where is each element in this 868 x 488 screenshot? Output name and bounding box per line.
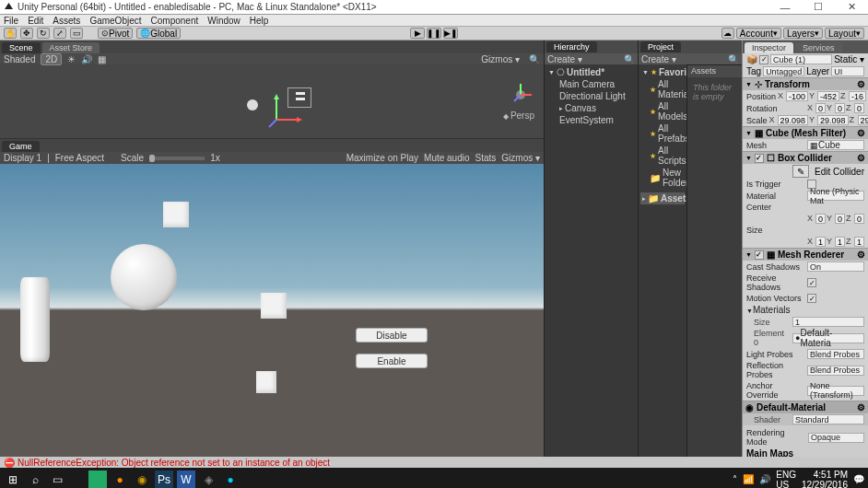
physic-material-field[interactable]: None (Physic Mat (807, 191, 864, 201)
notifications-icon[interactable]: 💬 (853, 474, 864, 484)
component-menu-icon[interactable]: ⚙ (857, 402, 865, 412)
tray-clock[interactable]: 4:51 PM12/29/2016 (802, 470, 848, 489)
start-button[interactable]: ⊞ (4, 471, 22, 489)
layer-dropdown[interactable]: UI (831, 66, 864, 76)
tray-chevron-icon[interactable]: ˄ (733, 474, 737, 484)
fav-item[interactable]: ★All Material (640, 78, 685, 100)
shading-mode[interactable]: Shaded (4, 54, 35, 64)
hierarchy-item[interactable]: Main Camera (546, 78, 636, 90)
fav-item[interactable]: ★All Scripts (640, 145, 685, 167)
component-menu-icon[interactable]: ⚙ (857, 250, 865, 260)
boxcollider-enable[interactable]: ✓ (755, 154, 764, 163)
lighting-icon[interactable]: ☀ (67, 54, 76, 64)
rot-z[interactable]: 0 (854, 103, 864, 113)
layers-dropdown[interactable]: Layers ▾ (783, 28, 823, 39)
pan-tool-button[interactable]: ✋ (4, 28, 17, 39)
pause-button[interactable]: ❚❚ (427, 28, 441, 39)
step-button[interactable]: ▶❚ (443, 28, 458, 39)
fav-item[interactable]: 📁New Folder (640, 167, 685, 189)
menu-window[interactable]: Window (207, 16, 240, 26)
game-viewport[interactable]: Disable Enable (0, 164, 544, 457)
active-checkbox[interactable]: ✓ (759, 55, 768, 64)
tag-dropdown[interactable]: Untagged (763, 66, 804, 76)
fav-item[interactable]: ★All Prefabs (640, 122, 685, 145)
boxcollider-header[interactable]: Box Collider (778, 153, 832, 163)
component-menu-icon[interactable]: ⚙ (857, 128, 865, 138)
menu-component[interactable]: Component (151, 16, 199, 26)
favorites-header[interactable]: ▼★Favorites (640, 66, 685, 78)
material-element-0[interactable]: ● Default-Materia (792, 333, 864, 343)
transform-header[interactable]: Transform (765, 79, 810, 89)
menu-edit[interactable]: Edit (28, 16, 43, 26)
status-error[interactable]: NullReferenceException: Object reference… (18, 458, 330, 468)
maximize-button[interactable]: ☐ (805, 1, 831, 14)
account-dropdown[interactable]: Account ▾ (736, 28, 781, 39)
tab-inspector[interactable]: Inspector (745, 42, 793, 53)
chrome-icon[interactable]: ● (221, 471, 240, 489)
pivot-toggle[interactable]: ⊙ Pivot (98, 28, 133, 39)
project-search-icon[interactable]: 🔍 (728, 54, 739, 64)
meshrenderer-header[interactable]: Mesh Renderer (778, 250, 844, 260)
word-icon[interactable]: W (177, 471, 195, 489)
scale-tool-button[interactable]: ⤢ (53, 28, 66, 39)
tray-volume-icon[interactable]: 🔊 (759, 474, 770, 484)
materials-size[interactable]: 1 (792, 317, 864, 327)
component-menu-icon[interactable]: ⚙ (857, 79, 865, 89)
meshfilter-header[interactable]: Cube (Mesh Filter) (766, 128, 846, 138)
reflection-probes-dropdown[interactable]: Blend Probes (807, 366, 864, 376)
tab-services[interactable]: Services (795, 42, 842, 53)
scl-x[interactable]: 29.098 (778, 115, 809, 125)
cast-shadows-dropdown[interactable]: On (807, 261, 864, 272)
enable-button[interactable]: Enable (356, 354, 428, 368)
rotate-tool-button[interactable]: ↻ (37, 28, 50, 39)
stats-toggle[interactable]: Stats (475, 153, 497, 163)
fav-item[interactable]: ★All Models (640, 100, 685, 122)
hierarchy-search-icon[interactable]: 🔍 (624, 54, 635, 64)
scale-slider[interactable] (149, 157, 205, 160)
aspect-dropdown[interactable]: Free Aspect (55, 153, 104, 163)
orientation-gizmo[interactable] (507, 81, 534, 109)
shader-dropdown[interactable]: Standard (792, 414, 864, 424)
hierarchy-item[interactable]: EventSystem (546, 114, 636, 126)
tray-lang[interactable]: ENGUS (776, 470, 796, 489)
taskbar-app-icon[interactable]: ◉ (133, 471, 151, 489)
anchor-override-field[interactable]: None (Transform) (807, 386, 864, 396)
firefox-icon[interactable]: ● (111, 471, 129, 489)
maximize-on-play[interactable]: Maximize on Play (346, 153, 418, 163)
scene-search-icon[interactable]: 🔍 (529, 54, 540, 64)
play-button[interactable]: ▶ (410, 28, 425, 39)
tray-network-icon[interactable]: 📶 (743, 474, 754, 484)
scl-z[interactable]: 29.098 (858, 115, 868, 125)
game-gizmos-dropdown[interactable]: Gizmos ▾ (501, 153, 540, 163)
rot-x[interactable]: 0 (815, 103, 826, 113)
mute-audio[interactable]: Mute audio (424, 153, 469, 163)
menu-assets[interactable]: Assets (53, 16, 80, 26)
layout-dropdown[interactable]: Layout ▾ (825, 28, 864, 39)
audio-icon[interactable]: 🔊 (81, 54, 92, 64)
fx-icon[interactable]: ▦ (98, 54, 106, 64)
display-dropdown[interactable]: Display 1 (4, 153, 41, 163)
taskview-button[interactable]: ▭ (48, 471, 66, 489)
static-dropdown[interactable]: Static ▾ (834, 54, 864, 64)
photoshop-icon[interactable]: Ps (155, 471, 173, 489)
hierarchy-item[interactable]: Directional Light (546, 90, 636, 102)
scene-root[interactable]: ▼⎔Untitled* (546, 66, 636, 78)
perspective-label[interactable]: ◆ Persp (503, 110, 534, 121)
hierarchy-item[interactable]: ▸Canvas (546, 102, 636, 114)
hierarchy-list[interactable]: ▼⎔Untitled* Main Camera Directional Ligh… (545, 64, 638, 457)
minimize-button[interactable]: — (772, 1, 798, 14)
tab-game[interactable]: Game (2, 141, 40, 152)
global-toggle[interactable]: 🌐 Global (136, 28, 181, 39)
disable-button[interactable]: Disable (356, 328, 428, 343)
rendering-mode-dropdown[interactable]: Opaque (808, 433, 864, 443)
menu-help[interactable]: Help (250, 16, 269, 26)
pos-x[interactable]: -100 (786, 91, 808, 101)
motion-vectors-checkbox[interactable]: ✓ (807, 294, 816, 303)
mesh-field[interactable]: ▦ Cube (807, 140, 864, 150)
receive-shadows-checkbox[interactable]: ✓ (807, 278, 816, 287)
rot-y[interactable]: 0 (835, 103, 845, 113)
pos-y[interactable]: -452 (817, 91, 839, 101)
object-name-field[interactable]: Cube (1) (770, 54, 832, 64)
tab-asset-store[interactable]: Asset Store (42, 42, 100, 53)
taskbar-app-icon[interactable] (88, 471, 107, 489)
